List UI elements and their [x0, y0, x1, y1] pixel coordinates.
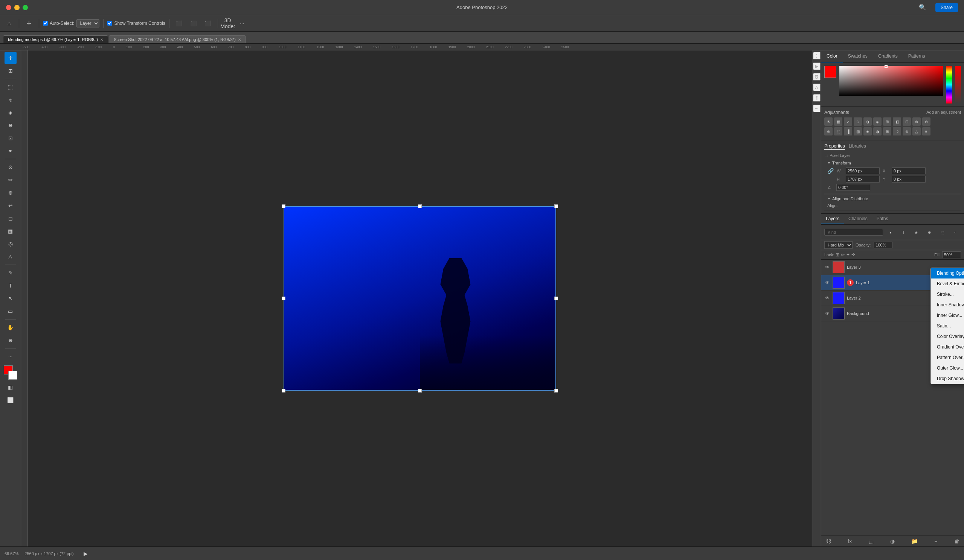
layers-search-input[interactable]	[824, 229, 883, 235]
eraser-tool[interactable]: ◻	[5, 212, 16, 224]
delete-layer-button[interactable]: 🗑	[953, 537, 961, 545]
spot-heal-tool[interactable]: ⊘	[5, 161, 16, 173]
stamp-tool[interactable]: ⊛	[5, 187, 16, 199]
ctx-gradient-overlay[interactable]: Gradient Overlay...	[931, 342, 964, 352]
tab-channels[interactable]: Channels	[844, 214, 872, 224]
ctx-stroke[interactable]: Stroke...	[931, 289, 964, 300]
filter-kind-button[interactable]: ▾	[884, 226, 896, 238]
transform-check[interactable]: Show Transform Controls	[107, 21, 165, 26]
color-lookup-adj-icon[interactable]: ⊗	[922, 117, 930, 126]
quick-mask-tool[interactable]: ◧	[5, 381, 16, 393]
posterize-adj-icon[interactable]: ⬚	[834, 127, 842, 135]
content-icon-button[interactable]: 🖼	[813, 73, 821, 81]
canvas-wrapper[interactable]	[283, 206, 556, 391]
marquee-tool[interactable]: ⬚	[5, 81, 16, 93]
ctx-inner-shadow[interactable]: Inner Shadow...	[931, 300, 964, 310]
layer-visibility-icon[interactable]: 👁	[824, 310, 830, 317]
filter-smart-button[interactable]: ⊕	[924, 226, 935, 238]
color-balance-adj-icon[interactable]: ⊞	[883, 117, 891, 126]
tab-gradients[interactable]: Gradients	[873, 50, 903, 62]
zoom-tool[interactable]: ⊕	[5, 334, 16, 346]
selective-color-adj-icon[interactable]: ◈	[863, 127, 872, 135]
hsl-adj-icon[interactable]: ◈	[873, 117, 881, 126]
add-adjustment-button[interactable]: Add an adjustment	[927, 110, 961, 115]
tab-layers[interactable]: Layers	[821, 214, 844, 224]
filter-adj-button[interactable]: ◈	[910, 226, 922, 238]
add-adjustment-button[interactable]: ◑	[889, 537, 896, 545]
desat-adj-icon[interactable]: ☽	[893, 127, 901, 135]
move-tool[interactable]: ✛	[5, 52, 16, 64]
background-swatch[interactable]	[8, 371, 17, 380]
tab-patterns[interactable]: Patterns	[903, 50, 930, 62]
pen-tool[interactable]: ✎	[5, 267, 16, 279]
channel-mixer-adj-icon[interactable]: ⊕	[912, 117, 921, 126]
threshold-adj-icon[interactable]: ▐	[844, 127, 852, 135]
history-tool[interactable]: ↩	[5, 200, 16, 211]
tab-close-icon[interactable]: ✕	[238, 37, 241, 42]
brush-tool[interactable]: ✏	[5, 174, 16, 186]
blend-mode-select[interactable]: Hard Mix	[824, 241, 853, 249]
hue-slider[interactable]	[946, 66, 952, 104]
ctx-outer-glow[interactable]: Outer Glow...	[931, 363, 964, 373]
status-arrow-button[interactable]: ▶	[80, 548, 92, 560]
close-button[interactable]	[6, 5, 11, 10]
hdr-adj-icon[interactable]: ⊞	[883, 127, 891, 135]
shape-tool[interactable]: ▭	[5, 305, 16, 317]
exposure-adj-icon[interactable]: ⊙	[854, 117, 862, 126]
replace-color-adj-icon[interactable]: △	[912, 127, 921, 135]
tab-properties[interactable]: Properties	[824, 143, 845, 150]
tab-close-icon[interactable]: ✕	[100, 37, 103, 42]
tab-libraries[interactable]: Libraries	[849, 143, 866, 150]
search-icon[interactable]: 🔍	[919, 4, 927, 11]
move-tool-button[interactable]: ✛	[23, 17, 35, 29]
layer-item-1[interactable]: 👁 1 Blending Options... Bevel & Emboss..…	[821, 275, 964, 291]
y-input[interactable]	[892, 176, 926, 183]
auto-select-checkbox[interactable]	[43, 21, 48, 26]
share-button[interactable]: Share	[935, 3, 958, 12]
align-header[interactable]: ▼ Align and Distribute	[827, 196, 958, 201]
collapse-panel-button[interactable]: ⟩	[813, 52, 821, 60]
lasso-tool[interactable]: ⌾	[5, 94, 16, 106]
character-icon-button[interactable]: A	[813, 84, 821, 91]
handle-middle-left[interactable]	[282, 297, 285, 300]
match-color-adj-icon[interactable]: ⊛	[903, 127, 911, 135]
maximize-button[interactable]	[23, 5, 28, 10]
handle-top-right[interactable]	[554, 205, 558, 208]
blur-tool[interactable]: ◎	[5, 238, 16, 250]
levels-adj-icon[interactable]: ▦	[834, 117, 842, 126]
paragraph-icon-button[interactable]: ¶	[813, 94, 821, 102]
layer-visibility-icon[interactable]: 👁	[824, 295, 830, 301]
screen-mode-tool[interactable]: ⬜	[5, 394, 16, 406]
auto-select-check[interactable]: Auto-Select:	[43, 21, 74, 26]
opacity-input[interactable]	[874, 242, 892, 248]
alpha-slider[interactable]	[955, 66, 961, 104]
tab-paths[interactable]: Paths	[872, 214, 893, 224]
vibrance-adj-icon[interactable]: ◑	[863, 117, 872, 126]
layer-dropdown[interactable]: Layer	[77, 19, 99, 28]
eyedropper-tool[interactable]: ✒	[5, 145, 16, 157]
crop-tool[interactable]: ⊕	[5, 119, 16, 131]
ctx-satin[interactable]: Satin...	[931, 321, 964, 331]
bw-adj-icon[interactable]: ◧	[893, 117, 901, 126]
history-icon-button[interactable]: ▶	[813, 62, 821, 70]
brightness-adj-icon[interactable]: ☀	[824, 117, 832, 126]
ctx-drop-shadow[interactable]: Drop Shadow...	[931, 373, 964, 384]
hand-tool[interactable]: ✋	[5, 321, 16, 333]
tab-screenshot[interactable]: Screen Shot 2022-09-22 at 10.57.43 AM.pn…	[109, 36, 246, 43]
shadows-adj-icon[interactable]: ◑	[873, 127, 881, 135]
filter-options-button[interactable]: T	[898, 226, 909, 238]
ctx-pattern-overlay[interactable]: Pattern Overlay...	[931, 352, 964, 363]
more-icon-button[interactable]: ···	[813, 105, 821, 112]
handle-bottom-left[interactable]	[282, 389, 285, 393]
handle-top-left[interactable]	[282, 205, 285, 208]
lock-artboards-icon[interactable]: ✦	[846, 252, 850, 257]
handle-bottom-center[interactable]	[418, 389, 422, 393]
more-tools[interactable]: ···	[5, 351, 16, 362]
width-input[interactable]	[846, 167, 880, 174]
gradient-tool[interactable]: ▦	[5, 225, 16, 237]
canvas-area[interactable]	[21, 50, 812, 547]
home-button[interactable]: ⌂	[3, 17, 15, 29]
type-tool[interactable]: T	[5, 280, 16, 292]
frame-tool[interactable]: ⊡	[5, 132, 16, 144]
curves-adj-icon[interactable]: ↗	[844, 117, 852, 126]
